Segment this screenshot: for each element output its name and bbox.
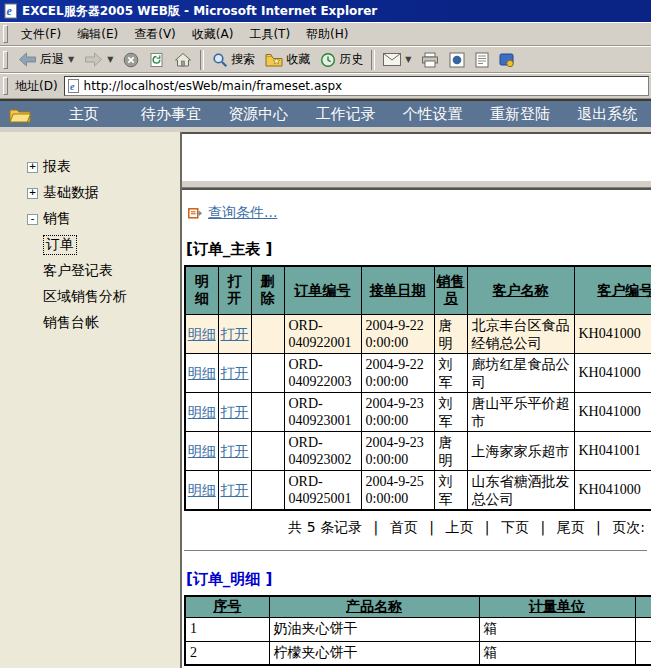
print-button[interactable]	[416, 51, 444, 69]
home-button[interactable]	[169, 51, 197, 68]
forward-button[interactable]: ▼	[79, 51, 118, 68]
forward-icon	[84, 52, 103, 67]
table-row: 明细 打开 ORD-040923002 2004-9-23 0:00:00 唐明…	[185, 431, 651, 470]
toolbar-grip-handle[interactable]	[3, 51, 8, 69]
browser-window: e EXCEL服务器2005 WEB版 - Microsoft Internet…	[0, 0, 651, 668]
refresh-button[interactable]	[144, 51, 169, 69]
tree-label-selected[interactable]: 订单	[43, 235, 77, 255]
open-link[interactable]: 打开	[221, 365, 249, 381]
expand-plus-icon[interactable]: +	[27, 162, 38, 173]
tree-label[interactable]: 报表	[43, 158, 71, 176]
menu-edit[interactable]: 编辑(E)	[69, 24, 126, 45]
col-header-unit[interactable]: 计量单位	[479, 596, 635, 618]
address-field: e	[64, 76, 649, 96]
messenger-button[interactable]	[494, 51, 520, 69]
favorites-folder-icon	[265, 53, 283, 67]
col-header-seq[interactable]: 序号	[185, 596, 269, 618]
search-label: 搜索	[231, 51, 255, 68]
order-no-cell: ORD-040922003	[284, 353, 361, 392]
tree-label[interactable]: 销售	[43, 210, 71, 228]
col-header-salesperson[interactable]: 销售 员	[434, 266, 467, 314]
nav-item-todo[interactable]: 待办事宜	[127, 105, 214, 124]
col-header-order-date[interactable]: 接单日期	[361, 266, 434, 314]
last-page-link[interactable]: 尾页	[557, 519, 585, 535]
nav-item-home[interactable]: 主页	[40, 105, 127, 124]
stop-button[interactable]	[118, 51, 144, 69]
menu-view[interactable]: 查看(V)	[126, 24, 184, 45]
first-page-link[interactable]: 首页	[390, 519, 418, 535]
separator: |	[429, 519, 434, 535]
back-dropdown-icon[interactable]: ▼	[68, 55, 74, 64]
nav-item-logout[interactable]: 退出系统	[564, 105, 651, 124]
order-date-cell: 2004-9-23 0:00:00	[361, 431, 434, 470]
detail-link[interactable]: 明细	[188, 443, 216, 459]
query-condition-link[interactable]: 查询条件...	[208, 204, 277, 222]
nav-item-worklog[interactable]: 工作记录	[302, 105, 389, 124]
menu-grip-handle[interactable]	[3, 25, 8, 43]
query-export-icon	[188, 207, 203, 220]
col-header-order-no[interactable]: 订单编号	[284, 266, 361, 314]
mail-button[interactable]: ▼	[378, 52, 416, 67]
ie-logo-icon: e	[4, 3, 18, 19]
open-link[interactable]: 打开	[221, 404, 249, 420]
customer-name-cell: 唐山平乐平价超市	[467, 392, 574, 431]
menu-tools[interactable]: 工具(T)	[241, 24, 298, 45]
home-icon	[174, 52, 192, 67]
history-button[interactable]: 历史	[315, 50, 368, 69]
detail-link[interactable]: 明细	[188, 326, 216, 342]
tree-item-sales-ledger[interactable]: 销售台帐	[27, 310, 180, 336]
col-header-product[interactable]: 产品名称	[269, 596, 479, 618]
open-link[interactable]: 打开	[221, 482, 249, 498]
open-link[interactable]: 打开	[221, 326, 249, 342]
edit-button[interactable]	[470, 51, 494, 69]
mail-dropdown-icon[interactable]: ▼	[405, 55, 411, 64]
nav-item-preferences[interactable]: 个性设置	[389, 105, 476, 124]
col-header-customer-name[interactable]: 客户名称	[467, 266, 574, 314]
menu-favorites[interactable]: 收藏(A)	[184, 24, 242, 45]
nav-item-relogin[interactable]: 重新登陆	[476, 105, 563, 124]
sidebar-tree: + 报表 + 基础数据 - 销售 订单 客户登记表 区域销售	[0, 132, 182, 668]
col-header-delete: 删 除	[251, 266, 284, 314]
back-icon	[18, 52, 37, 67]
col-header-customer-no[interactable]: 客户编号	[574, 266, 651, 314]
frame-splitter[interactable]	[182, 180, 651, 188]
tree-item-customer-register[interactable]: 客户登记表	[27, 258, 180, 284]
detail-link[interactable]: 明细	[188, 482, 216, 498]
forward-dropdown-icon[interactable]: ▼	[107, 55, 113, 64]
collapse-minus-icon[interactable]: -	[27, 214, 38, 225]
tree-label[interactable]: 基础数据	[43, 184, 99, 202]
order-date-cell: 2004-9-25 0:00:00	[361, 470, 434, 510]
tree-item-reports[interactable]: + 报表	[27, 154, 180, 180]
salesperson-cell: 唐明	[434, 431, 467, 470]
address-label: 地址(D)	[13, 78, 64, 95]
search-button[interactable]: 搜索	[207, 50, 260, 69]
order-no-cell: ORD-040923002	[284, 431, 361, 470]
address-input[interactable]	[84, 78, 645, 94]
tree-label[interactable]: 客户登记表	[43, 262, 113, 280]
tree-label[interactable]: 销售台帐	[43, 314, 99, 332]
favorites-button[interactable]: 收藏	[260, 50, 315, 69]
media-button[interactable]	[444, 51, 470, 69]
detail-link[interactable]: 明细	[188, 404, 216, 420]
menu-help[interactable]: 帮助(H)	[298, 24, 356, 45]
tree-item-basedata[interactable]: + 基础数据	[27, 180, 180, 206]
prev-page-link[interactable]: 上页	[445, 519, 473, 535]
salesperson-cell: 刘军	[434, 392, 467, 431]
next-page-link[interactable]: 下页	[501, 519, 529, 535]
address-grip-handle[interactable]	[3, 77, 8, 95]
tree-item-regional-analysis[interactable]: 区域销售分析	[27, 284, 180, 310]
tree-item-orders[interactable]: 订单	[27, 232, 180, 258]
tree-label[interactable]: 区域销售分析	[43, 288, 127, 306]
back-button[interactable]: 后退 ▼	[13, 50, 79, 69]
detail-link[interactable]: 明细	[188, 365, 216, 381]
customer-no-cell: KH041000	[574, 392, 651, 431]
nav-item-resources[interactable]: 资源中心	[215, 105, 302, 124]
toolbar: 后退 ▼ ▼ 搜索 收藏 历史 ▼	[0, 46, 651, 73]
menu-file[interactable]: 文件(F)	[13, 24, 69, 45]
divider	[184, 550, 647, 554]
open-link[interactable]: 打开	[221, 443, 249, 459]
page-icon: e	[68, 79, 80, 93]
back-label: 后退	[40, 51, 64, 68]
tree-item-sales[interactable]: - 销售	[27, 206, 180, 232]
expand-plus-icon[interactable]: +	[27, 188, 38, 199]
